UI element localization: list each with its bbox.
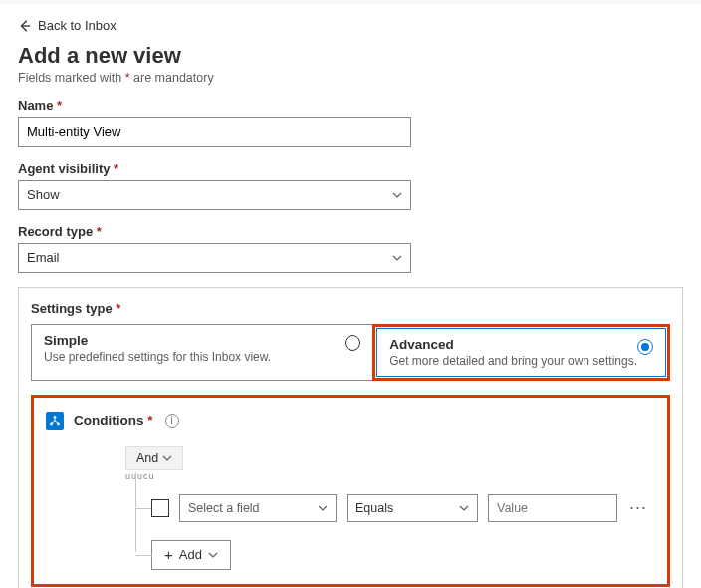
back-arrow-icon <box>18 19 32 33</box>
radio-checked-icon <box>637 339 653 355</box>
simple-desc: Use predefined settings for this Inbox v… <box>44 350 271 364</box>
simple-title: Simple <box>44 333 271 348</box>
agent-visibility-label: Agent visibility * <box>18 161 683 176</box>
condition-checkbox[interactable] <box>151 499 169 517</box>
info-icon[interactable]: i <box>165 414 179 428</box>
agent-visibility-select[interactable]: Show <box>18 180 411 210</box>
radio-unchecked-icon <box>345 335 360 351</box>
plus-icon: + <box>164 546 173 563</box>
svg-point-0 <box>54 416 57 419</box>
condition-more-menu[interactable]: ··· <box>627 497 649 518</box>
conditions-icon <box>46 412 64 430</box>
chevron-down-icon <box>459 503 469 513</box>
advanced-desc: Get more detailed and bring your own set… <box>389 354 637 368</box>
condition-field-select[interactable]: Select a field <box>179 494 337 522</box>
back-to-inbox-link[interactable]: Back to Inbox <box>18 18 117 33</box>
condition-group-operator[interactable]: And <box>125 446 183 470</box>
decorative-text: uuucu <box>125 471 655 481</box>
mandatory-note: Fields marked with * are mandatory <box>18 71 683 85</box>
condition-value-input[interactable] <box>488 494 617 522</box>
add-label: Add <box>179 547 202 562</box>
chevron-down-icon <box>208 550 218 560</box>
settings-type-advanced-option[interactable]: Advanced Get more detailed and bring you… <box>376 328 666 377</box>
tree-connector <box>135 472 136 552</box>
page-title: Add a new view <box>18 43 683 69</box>
add-condition-button[interactable]: + Add <box>151 540 231 570</box>
record-type-select[interactable]: Email <box>18 243 411 273</box>
name-input[interactable] <box>18 117 411 147</box>
record-type-value: Email <box>27 250 60 265</box>
record-type-label: Record type * <box>18 224 683 239</box>
settings-type-simple-option[interactable]: Simple Use predefined settings for this … <box>31 324 372 381</box>
chevron-down-icon <box>392 253 402 263</box>
chevron-down-icon <box>318 503 328 513</box>
condition-row: Select a field Equals ··· <box>151 494 655 522</box>
conditions-section: Conditions * i And uuucu Select a field <box>31 395 670 587</box>
condition-operator-select[interactable]: Equals <box>347 494 478 522</box>
settings-type-label: Settings type * <box>31 301 670 316</box>
operator-label: And <box>136 451 158 465</box>
agent-visibility-value: Show <box>27 187 60 202</box>
conditions-title: Conditions * <box>74 413 153 428</box>
settings-panel: Settings type * Simple Use predefined se… <box>18 287 683 589</box>
chevron-down-icon <box>392 190 402 200</box>
advanced-title: Advanced <box>389 337 637 352</box>
name-label: Name * <box>18 98 683 113</box>
back-link-text: Back to Inbox <box>38 18 117 33</box>
chevron-down-icon <box>162 453 172 463</box>
